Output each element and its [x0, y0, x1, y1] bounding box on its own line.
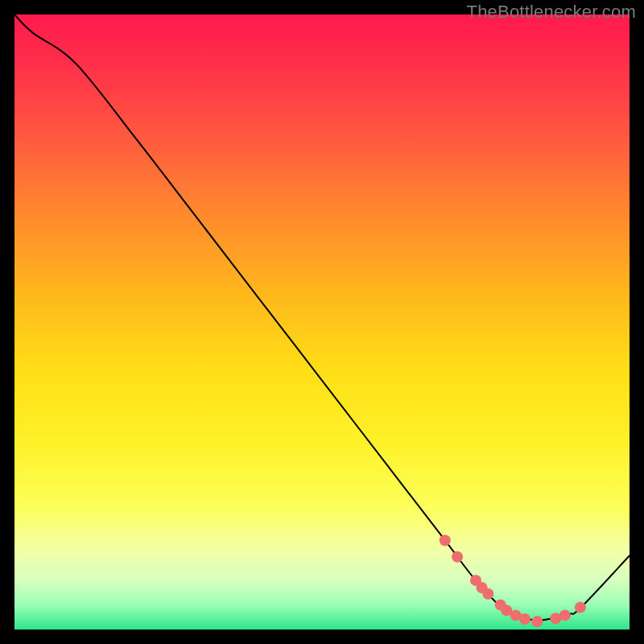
marker-group: [440, 535, 586, 627]
data-marker: [575, 602, 586, 613]
data-marker: [495, 599, 506, 610]
data-marker: [452, 551, 463, 563]
data-marker: [501, 605, 512, 616]
data-marker: [519, 613, 530, 625]
data-marker: [470, 575, 481, 586]
data-marker: [559, 609, 571, 621]
data-marker: [482, 588, 493, 600]
data-marker: [510, 609, 522, 621]
gradient-plot-area: [14, 14, 630, 630]
data-marker: [550, 613, 561, 624]
chart-frame: TheBottleneсker.com: [0, 0, 644, 644]
data-marker: [477, 582, 488, 593]
watermark-text: TheBottleneсker.com: [467, 2, 636, 23]
data-marker: [531, 616, 543, 627]
curve-path: [14, 14, 630, 621]
curve-svg: [14, 14, 630, 630]
data-marker: [440, 535, 451, 546]
